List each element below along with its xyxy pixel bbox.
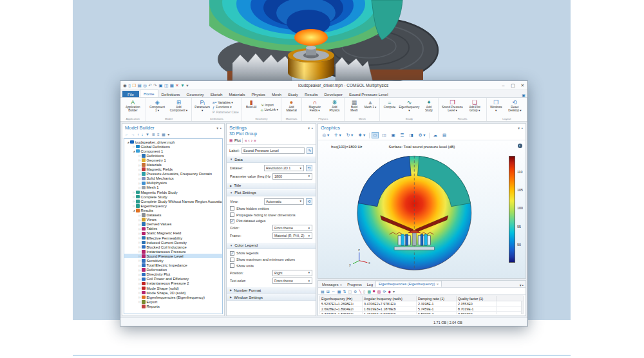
copy-icon[interactable]: ▣ [158,83,162,88]
column-header-angular-frequency-rad-s[interactable]: Angular frequency (rad/s) [363,296,417,301]
table-settings-icon[interactable]: ⚙ [354,289,357,294]
go-to-view-icon[interactable]: ✛ ▾ [333,132,343,138]
tab-mesh[interactable]: Mesh [269,91,285,98]
table-row[interactable]: 2.6928E2+1.8904E2i1.6919E3+1.1878E3i5.74… [320,306,524,312]
checkbox-show-hidden-entities[interactable]: Show hidden entities [227,205,316,212]
surface-plot-icon[interactable]: ▩ [367,289,371,294]
tab-progress[interactable]: Progress [345,282,364,288]
tab-physics[interactable]: Physics [249,91,269,98]
tree-item-instantaneous-pressure[interactable]: ▷Instantaneous Pressure [124,249,222,254]
ribbon-button-sound-pressure-level[interactable]: ❒Sound Pressure Level ▾ [440,99,464,117]
select-view[interactable]: Automatic▼ [264,198,304,205]
rename-icon[interactable]: ✎ [307,147,313,154]
panel-pin-icon[interactable]: ▪ [522,126,523,130]
panel-pin-icon[interactable]: ▪ [220,126,222,130]
tree-item-deformation[interactable]: ▷Deformation [124,268,222,272]
tree-item-effective-permeability[interactable]: ▷Effective Permeability [124,236,222,240]
ribbon-button-build-mesh[interactable]: ▦Build Mesh [346,99,362,117]
sort-icon[interactable]: ⇅ [343,289,346,294]
tree-item-magnetic-fields[interactable]: ▷Magnetic Fields [124,167,222,172]
ribbon-button-functions[interactable]: ƒFunctions ▾ [213,106,239,109]
move-down-icon[interactable]: ↓ [142,133,144,137]
ribbon-button-mesh-1[interactable]: ▲Mesh 1 ▾ [362,99,378,117]
more-icon[interactable]: ▾ [167,132,169,137]
checkbox-plot-dataset-edges[interactable]: ✓Plot dataset edges [227,218,316,224]
update-table-icon[interactable]: ▦ [337,289,341,294]
model-settings-icon[interactable]: ▦ [162,132,166,137]
expand-all-icon[interactable]: ≡ [157,133,160,137]
compute-icon[interactable]: ▼ [180,83,184,88]
ribbon-button-application-builder[interactable]: AApplication Builder [122,99,144,117]
tree-item-results[interactable]: ◢Results [124,208,222,212]
bar-plot-icon[interactable]: ▯ [363,289,365,294]
back-icon[interactable]: ← [125,133,129,137]
duplicate-icon[interactable]: ▦ [170,83,174,88]
auto-width-icon[interactable]: ↔ [332,289,336,293]
select-position[interactable]: Right▼ [272,270,312,276]
orthographic-toggle-icon[interactable]: ▭ [372,132,379,138]
delete-icon[interactable]: ✕ [175,83,178,88]
maximize-button[interactable]: ▢ [508,81,518,90]
select-parameter-value-freq-hz[interactable]: 1800▼ [272,173,312,180]
column-header-eigenfrequency-hz[interactable]: Eigenfrequency (Hz) [320,296,363,301]
tree-item-solid-mechanics[interactable]: ▷Solid Mechanics [124,176,222,181]
tree-item-reports[interactable]: Reports [124,304,222,308]
column-header-quality-factor-1[interactable]: Quality factor (1) [457,296,497,301]
section-header-number-format[interactable]: ▶Number Format [227,287,316,294]
ribbon-button-eigenfrequency[interactable]: ∿Eigenfrequency ▾ [397,99,421,117]
tree-item-datasets[interactable]: ▷Datasets [124,213,222,218]
line-plot-icon[interactable]: ╲ [359,289,361,294]
show-filter-icon[interactable]: ▼ [146,133,149,137]
ribbon-button-add-material[interactable]: ●Add Material [283,99,300,117]
tab-developer[interactable]: Developer [321,91,346,98]
tree-item-mesh-1[interactable]: ▷Mesh 1 [124,185,222,190]
tree-item-derived-values[interactable]: ▷Derived Values [124,222,222,227]
search-icon[interactable]: ◎ [143,83,147,88]
tree-item-export[interactable]: ▷Export [124,299,222,304]
ribbon-button-add-plot-group[interactable]: ❏Add Plot Group ▾ [464,99,484,117]
print-icon[interactable]: ▤ [441,132,448,138]
tree-item-geometry-1[interactable]: ▷Geometry 1 [124,158,222,162]
tree-item-mode-shape-solid[interactable]: ▷Mode Shape (solid) [124,286,222,290]
ribbon-button-livelink[interactable]: ∞LiveLink ▾ [261,108,278,112]
app-menu-icon[interactable]: ◉ [123,83,127,88]
plot-previous-icon[interactable]: ‹ [249,138,250,143]
table-row[interactable]: 2.3474E3+1.5291E2i1.4749E4+9.6076E2i6.50… [320,312,524,315]
minimize-button[interactable]: – [498,81,508,90]
refresh-selection-icon[interactable]: ⟲ [306,198,312,205]
ribbon-button-windows[interactable]: ❐Windows ▾ [488,99,504,117]
copy-table-icon[interactable]: ◫ [348,289,352,294]
tree-item-magnetic-fields-study[interactable]: ▷Magnetic Fields Study [124,190,222,194]
tab-sketch[interactable]: Sketch [207,91,226,98]
checkbox-show-legends[interactable]: ✓Show legends [227,250,316,257]
tree-item-definitions[interactable]: ▷Definitions [124,153,222,158]
tree-item-component-1[interactable]: ◢Component 1 [124,149,222,153]
tree-item-blocked-coil-inductance[interactable]: ▷Blocked Coil Inductance [124,245,222,249]
ribbon-button-variables[interactable]: a=Variables ▾ [213,100,239,104]
table-row[interactable]: 5.5237E1+1.2698E1i3.4706E2+7.9781E1i2.31… [320,301,524,306]
ribbon-button-component-1[interactable]: ◈Component 1 ▾ [147,99,167,117]
plot-button[interactable]: Plot [234,138,241,142]
tab-results[interactable]: Results [301,91,321,98]
section-header-data[interactable]: ▼Data [227,156,316,163]
tree-item-eigenfrequency[interactable]: ▷Eigenfrequency [124,203,222,208]
move-up-icon[interactable]: ↑ [137,133,139,137]
tree-item-static-magnetic-field[interactable]: ▷Static Magnetic Field [124,231,222,236]
table-scrollbar[interactable] [521,301,524,314]
close-button[interactable]: ✕ [518,81,527,90]
ribbon-button-add-component[interactable]: ⊞Add Component ▾ [167,99,191,117]
plot-first-icon[interactable]: « [245,138,247,143]
paste-icon[interactable]: ◫ [164,83,168,88]
view-settings-icon[interactable]: ⚙ ▾ [417,132,427,138]
forward-icon[interactable]: → [131,133,135,137]
clip-toggle-icon[interactable]: ◨ [408,132,415,138]
snapshot-icon[interactable]: ☁ [431,132,439,138]
tree-item-eigenfrequencies-eigenfrequency[interactable]: ▷Eigenfrequencies (Eigenfrequency) [124,295,222,299]
ribbon-button-build-all[interactable]: ▮Build All [243,99,260,117]
wireframe-toggle-icon[interactable]: ◫ [381,132,388,138]
transparency-toggle-icon[interactable]: ▣ [390,132,397,138]
tree-item-total-electric-impedance[interactable]: ▷Total Electric Impedance [124,263,222,268]
section-header-color-legend[interactable]: ▼Color Legend [227,242,316,249]
save-table-icon[interactable]: ▤ [321,289,325,294]
bottom-panel-menu-icon[interactable]: ▾ ▪ [520,283,524,287]
